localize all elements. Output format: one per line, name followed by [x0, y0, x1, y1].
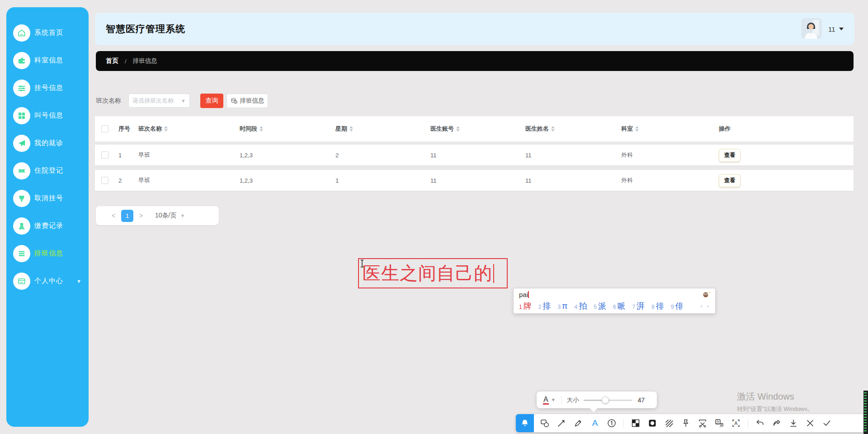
- sidebar-item-payment-records[interactable]: 缴费记录: [6, 212, 89, 240]
- cell-weekday: 2: [332, 152, 427, 159]
- ime-candidate[interactable]: 9俳: [671, 301, 684, 311]
- column-header-doctor-name[interactable]: 医生姓名: [522, 125, 618, 133]
- page-number-button[interactable]: 1: [121, 210, 133, 222]
- ime-candidate[interactable]: 8徘: [651, 301, 664, 311]
- query-button[interactable]: 查询: [200, 94, 223, 108]
- sidebar-item-home[interactable]: 系统首页: [6, 19, 89, 47]
- hatch-tool-button[interactable]: [664, 418, 674, 428]
- table-header: 序号 班次名称 时间段 星期 医生账号 医生姓名 科室 操作: [95, 116, 854, 142]
- ime-candidate[interactable]: 1牌: [519, 301, 532, 311]
- font-color-dropdown[interactable]: A ▼: [543, 396, 556, 405]
- cutout-tool-button[interactable]: [698, 418, 708, 428]
- ibeam-cursor: [359, 259, 365, 270]
- cell-index: 2: [115, 177, 135, 184]
- slider-handle[interactable]: [602, 396, 609, 404]
- annotation-text-box[interactable]: 医生之间自己的: [358, 258, 508, 288]
- sort-arrows-icon[interactable]: [259, 126, 263, 132]
- close-button[interactable]: [805, 418, 815, 428]
- redo-button[interactable]: [772, 418, 782, 428]
- paper-plane-icon: [13, 135, 30, 152]
- view-button[interactable]: 查看: [719, 174, 741, 187]
- text-tool-button[interactable]: A: [590, 418, 600, 428]
- bell-tool-button[interactable]: [516, 414, 534, 432]
- shapes-tool-button[interactable]: [540, 418, 550, 428]
- breadcrumb-current: 排班信息: [133, 57, 157, 65]
- row-checkbox[interactable]: [101, 151, 108, 159]
- cell-index: 1: [115, 152, 135, 159]
- view-button[interactable]: 查看: [719, 149, 741, 162]
- sidebar: 系统首页 科室信息 挂号信息 叫号信息 我的就诊: [6, 7, 89, 427]
- blur-tool-button[interactable]: [647, 418, 657, 428]
- brush-icon: [13, 190, 30, 207]
- ime-composition: pai: [519, 291, 529, 298]
- ime-prev-page-button[interactable]: ‹: [700, 302, 702, 309]
- breadcrumb-home-link[interactable]: 首页: [106, 57, 118, 65]
- number-marker-tool-button[interactable]: [607, 418, 617, 428]
- prev-page-button[interactable]: <: [109, 212, 118, 219]
- column-header-department[interactable]: 科室: [618, 125, 715, 133]
- cell-doctor-account: 11: [427, 152, 522, 159]
- translate-tool-button[interactable]: 文A: [714, 418, 724, 428]
- next-page-button[interactable]: >: [137, 212, 145, 219]
- avatar[interactable]: [801, 18, 822, 39]
- chevron-down-icon: ▼: [76, 278, 81, 284]
- sidebar-item-departments[interactable]: 科室信息: [6, 47, 89, 74]
- sidebar-item-hospitalization[interactable]: 住院登记: [6, 157, 89, 184]
- shift-name-select[interactable]: 请选择班次名称 ▼: [128, 94, 190, 108]
- select-all-cell: [95, 125, 115, 132]
- cell-doctor-account: 11: [427, 177, 522, 184]
- undo-button[interactable]: [755, 418, 765, 428]
- breadcrumb-separator: /: [125, 58, 127, 65]
- stamp-icon: [13, 217, 30, 235]
- column-header-index: 序号: [115, 125, 135, 133]
- schedule-info-button[interactable]: 排班信息: [226, 94, 268, 108]
- ime-candidate[interactable]: 2排: [538, 301, 551, 311]
- sidebar-item-personal-center[interactable]: 个人中心 ▼: [6, 267, 89, 295]
- grid-icon: [13, 107, 30, 124]
- chevron-down-icon: ▼: [181, 98, 186, 104]
- ime-candidate[interactable]: 3π: [557, 302, 567, 311]
- select-all-checkbox[interactable]: [101, 125, 108, 132]
- arrow-tool-button[interactable]: [557, 418, 566, 428]
- ime-candidate[interactable]: 6哌: [613, 301, 626, 311]
- breadcrumb: 首页 / 排班信息: [96, 51, 854, 71]
- column-header-weekday[interactable]: 星期: [332, 125, 427, 133]
- confirm-button[interactable]: [822, 418, 832, 428]
- mosaic-tool-button[interactable]: [631, 418, 641, 428]
- sort-arrows-icon[interactable]: [349, 126, 353, 132]
- home-icon: [13, 24, 30, 42]
- save-button[interactable]: [788, 418, 798, 428]
- pencil-tool-button[interactable]: [573, 418, 583, 428]
- column-header-shift-name[interactable]: 班次名称: [135, 125, 236, 133]
- ime-candidate[interactable]: 4拍: [574, 301, 587, 311]
- sort-arrows-icon[interactable]: [635, 126, 639, 132]
- sort-arrows-icon[interactable]: [456, 126, 460, 132]
- cell-doctor-name: 11: [522, 152, 618, 159]
- wallet-icon: [13, 52, 30, 69]
- sidebar-item-my-visits[interactable]: 我的就诊: [6, 129, 89, 157]
- font-size-label: 大小: [567, 396, 579, 404]
- ime-next-page-button[interactable]: ›: [707, 302, 709, 309]
- ime-candidate[interactable]: 7湃: [632, 301, 645, 311]
- sidebar-item-schedule[interactable]: 排班信息: [6, 240, 89, 267]
- page-title: 智慧医疗管理系统: [106, 13, 185, 45]
- sidebar-item-call-number[interactable]: 叫号信息: [6, 102, 89, 129]
- ime-logo-icon[interactable]: [703, 291, 711, 297]
- app-window: 系统首页 科室信息 挂号信息 叫号信息 我的就诊: [0, 0, 868, 434]
- text-caret: [493, 264, 494, 283]
- sort-arrows-icon[interactable]: [551, 126, 555, 132]
- sidebar-item-registration[interactable]: 挂号信息: [6, 74, 89, 102]
- column-header-doctor-account[interactable]: 医生账号: [427, 125, 522, 133]
- ocr-tool-button[interactable]: A: [731, 418, 741, 428]
- sidebar-item-cancel-registration[interactable]: 取消挂号: [6, 184, 89, 212]
- row-checkbox[interactable]: [101, 177, 108, 184]
- user-menu[interactable]: 11: [828, 13, 844, 45]
- select-placeholder: 请选择班次名称: [132, 97, 180, 105]
- sort-arrows-icon[interactable]: [164, 126, 168, 132]
- font-size-slider[interactable]: [584, 396, 632, 404]
- column-header-time-period[interactable]: 时间段: [236, 125, 332, 133]
- ime-candidate[interactable]: 5派: [594, 301, 606, 311]
- pin-tool-button[interactable]: [681, 418, 691, 428]
- divider: [561, 396, 561, 404]
- page-size-select[interactable]: 10条/页 ▼: [155, 212, 185, 220]
